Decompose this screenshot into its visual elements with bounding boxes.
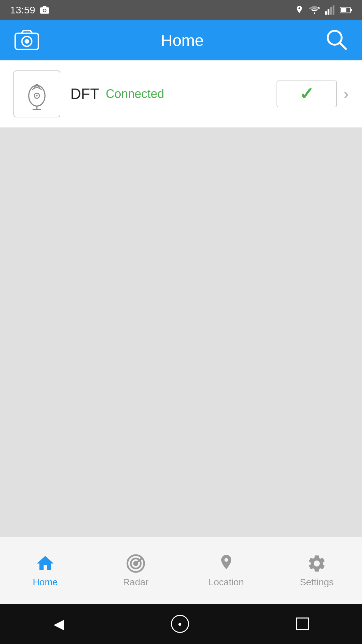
svg-rect-12 (350, 9, 352, 11)
location-pin-icon (295, 5, 304, 15)
svg-rect-13 (341, 8, 346, 12)
checkmark-button[interactable]: ✓ (277, 80, 337, 107)
device-name: DFT (70, 86, 99, 102)
bottom-nav: Home Radar Location Settings (0, 537, 362, 604)
svg-point-21 (36, 95, 38, 96)
nav-item-radar[interactable]: Radar (90, 553, 181, 588)
svg-line-18 (340, 43, 346, 49)
nav-label-settings: Settings (300, 577, 334, 588)
svg-rect-10 (333, 5, 335, 15)
nav-label-home: Home (33, 577, 58, 588)
app-bar: Home (0, 20, 362, 60)
battery-icon (340, 6, 352, 14)
chevron-right-icon[interactable]: › (344, 86, 349, 102)
system-nav-bar: ◀ ● (0, 604, 362, 644)
device-icon-container (13, 70, 60, 117)
search-button[interactable] (324, 28, 349, 53)
svg-rect-9 (330, 7, 332, 15)
device-status: Connected (106, 87, 164, 101)
app-bar-title: Home (40, 31, 324, 50)
svg-rect-3 (43, 6, 47, 7)
home-button[interactable]: ● (171, 615, 189, 633)
status-bar-left: 13:59 (10, 4, 50, 16)
svg-rect-8 (328, 9, 329, 15)
checkmark-icon: ✓ (299, 84, 314, 104)
recents-button[interactable] (296, 618, 309, 630)
svg-rect-7 (325, 11, 327, 15)
radar-icon (126, 553, 146, 574)
nav-item-settings[interactable]: Settings (272, 553, 362, 588)
status-time: 13:59 (10, 4, 35, 16)
nav-item-home[interactable]: Home (0, 553, 90, 588)
home-icon (35, 553, 55, 574)
device-card: DFT Connected ✓ › (0, 60, 362, 128)
svg-point-2 (44, 9, 46, 12)
nav-item-location[interactable]: Location (181, 553, 272, 588)
nav-label-location: Location (208, 577, 244, 588)
photo-icon (39, 5, 50, 15)
camera-button[interactable] (13, 29, 40, 52)
back-button[interactable]: ◀ (54, 616, 64, 632)
status-bar-right (295, 5, 352, 15)
location-icon (217, 553, 236, 574)
svg-point-16 (24, 39, 29, 44)
nav-label-radar: Radar (123, 577, 148, 588)
map-area (0, 128, 362, 540)
svg-point-4 (314, 12, 315, 14)
signal-icon (325, 5, 335, 15)
settings-icon (307, 553, 327, 574)
wifi-x-icon (308, 5, 320, 15)
device-info: DFT Connected (70, 86, 277, 102)
device-icon (20, 75, 54, 112)
status-bar: 13:59 (0, 0, 362, 20)
